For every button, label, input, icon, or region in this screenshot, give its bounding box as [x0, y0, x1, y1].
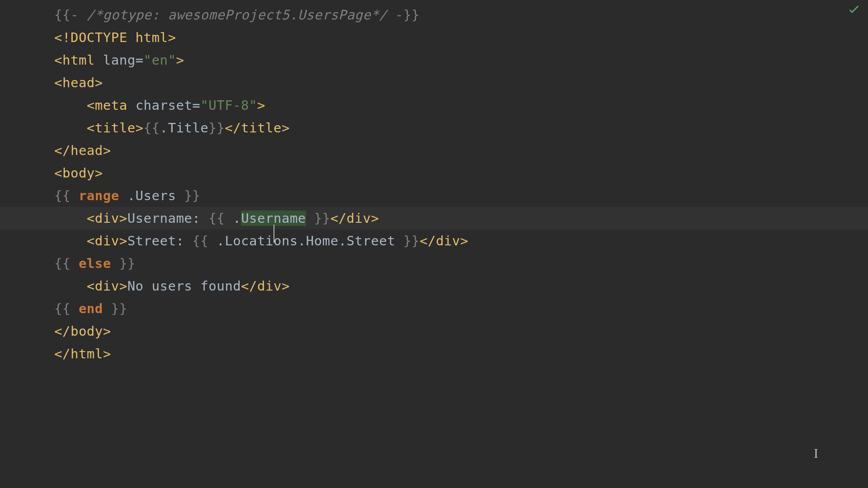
code-line[interactable]: {{ range .Users }} — [0, 184, 868, 207]
attr-value: "en" — [144, 52, 176, 68]
identifier-highlight: User — [241, 211, 274, 226]
div-close-tag: </div> — [420, 233, 468, 249]
code-line-current[interactable]: <div>Username: {{ .Username }}</div> — [0, 207, 868, 230]
doctype: <!DOCTYPE html> — [54, 30, 176, 45]
code-line[interactable]: <title>{{.Title}}</title> — [0, 117, 868, 139]
code-line[interactable]: <meta charset="UTF-8"> — [0, 94, 868, 117]
else-keyword: else — [79, 256, 111, 271]
template-delim: {{- — [54, 7, 87, 23]
title-open-tag: <title> — [87, 120, 144, 136]
div-close-tag: </div> — [330, 211, 379, 226]
div-close-tag: </div> — [241, 278, 290, 294]
template-expr: .Users — [119, 188, 184, 203]
title-close-tag: </title> — [225, 120, 290, 136]
code-line[interactable]: <body> — [0, 162, 868, 184]
code-line[interactable]: {{ end }} — [0, 297, 868, 320]
identifier-highlight: name — [274, 211, 306, 226]
body-close-tag: </body> — [54, 324, 111, 339]
div-open-tag: <div> — [87, 211, 127, 226]
code-line[interactable]: </head> — [0, 139, 868, 162]
head-close-tag: </head> — [54, 143, 111, 158]
gotype-comment: /*gotype: awesomeProject5.UsersPage*/ — [87, 7, 387, 23]
body-open-tag: <body> — [54, 165, 103, 181]
attr-name: charset= — [136, 98, 201, 113]
head-open-tag: <head> — [54, 75, 103, 90]
div-open-tag: <div> — [87, 233, 127, 249]
attr-value: "UTF-8" — [200, 98, 257, 113]
range-keyword: range — [79, 188, 119, 203]
code-line[interactable]: <head> — [0, 71, 868, 94]
code-line[interactable]: {{ else }} — [0, 252, 868, 275]
template-expr: .Title — [160, 120, 208, 136]
text-cursor-icon: I — [814, 446, 818, 461]
text-content: Username: — [127, 211, 209, 226]
code-line[interactable]: </body> — [0, 320, 868, 343]
html-close-tag: </html> — [54, 346, 111, 361]
code-editor[interactable]: {{- /*gotype: awesomeProject5.UsersPage*… — [0, 0, 868, 488]
text-content: Street: — [127, 233, 193, 249]
text-content: No users found — [127, 278, 241, 294]
template-delim: -}} — [387, 7, 420, 23]
html-open-tag: <html — [54, 52, 95, 68]
code-line[interactable]: <div>Street: {{ .Locations.Home.Street }… — [0, 230, 868, 252]
code-line[interactable]: <!DOCTYPE html> — [0, 26, 868, 49]
end-keyword: end — [79, 301, 103, 316]
meta-tag: <meta — [87, 98, 127, 113]
template-expr: .Locations.Home.Street — [217, 233, 403, 249]
code-line[interactable]: <div>No users found</div> — [0, 275, 868, 297]
code-line[interactable]: </html> — [0, 343, 868, 365]
code-line[interactable]: {{- /*gotype: awesomeProject5.UsersPage*… — [0, 4, 868, 26]
div-open-tag: <div> — [87, 278, 127, 294]
code-line[interactable]: <html lang="en"> — [0, 49, 868, 71]
attr-name: lang= — [103, 52, 144, 68]
